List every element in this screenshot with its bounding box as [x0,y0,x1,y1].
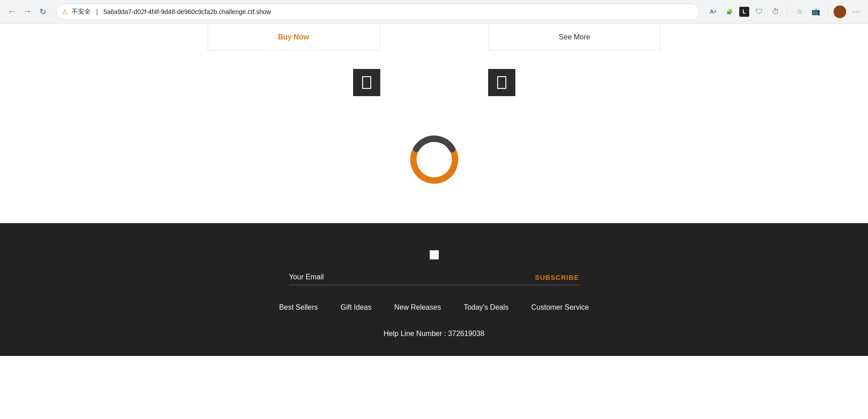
footer-nav-todays-deals[interactable]: Today's Deals [464,303,509,312]
footer-helpline: Help Line Number : 372619038 [383,330,484,338]
toolbar-divider [787,7,788,16]
extensions-button[interactable]: 🧩 [723,5,736,18]
url-text: 5a6a9da7-d02f-4f4f-9d48-de960c9cfa2b.cha… [103,8,271,15]
email-subscribe-row: SUBSCRIBE [289,273,579,285]
security-warning-text: 不安全 [72,8,91,16]
address-bar[interactable]: ⚠ 不安全 | 5a6a9da7-d02f-4f4f-9d48-de960c9c… [56,4,699,20]
image-icon-left [362,76,371,89]
more-button[interactable]: ⋯ [850,5,863,18]
buy-now-button[interactable]: Buy Now [278,33,309,41]
email-input[interactable] [289,273,535,281]
page-content: Buy Now See More [0,24,868,223]
profile-avatar[interactable] [834,5,846,18]
favorites-button[interactable]: ☆ [793,5,806,18]
footer: SUBSCRIBE Best Sellers Gift Ideas New Re… [0,223,868,356]
image-placeholder-right [488,69,515,96]
translate-button[interactable]: AA [707,5,719,18]
footer-logo [430,250,439,259]
image-placeholder-left [353,69,380,96]
footer-nav-new-releases[interactable]: New Releases [394,303,441,312]
cast-button[interactable]: 📺 [810,5,822,18]
image-placeholder-row [0,60,868,105]
see-more-button[interactable]: See More [559,33,590,41]
timer-button[interactable]: ⏱ [769,5,782,18]
footer-nav-best-sellers[interactable]: Best Sellers [279,303,318,312]
footer-nav: Best Sellers Gift Ideas New Releases Tod… [279,303,589,312]
shield-button[interactable]: 🛡 [753,5,766,18]
address-separator: | [96,8,98,16]
subscribe-button[interactable]: SUBSCRIBE [535,273,579,281]
browser-toolbar-icons: AA 🧩 L 🛡 ⏱ ☆ 📺 ⋯ [707,5,863,18]
toolbar-divider-2 [828,7,828,16]
loading-spinner [407,132,461,187]
browser-chrome: ← → ↻ ⚠ 不安全 | 5a6a9da7-d02f-4f4f-9d48-de… [0,0,868,24]
footer-nav-customer-service[interactable]: Customer Service [531,303,589,312]
image-icon-right [497,76,506,89]
forward-button[interactable]: → [21,5,34,18]
security-warning-icon: ⚠ [62,8,68,15]
card-buy-now: Buy Now [208,24,380,51]
reload-button[interactable]: ↻ [36,5,49,18]
spinner-section [0,105,868,223]
top-section: Buy Now See More [0,24,868,60]
card-see-more: See More [489,24,661,51]
footer-nav-gift-ideas[interactable]: Gift Ideas [340,303,371,312]
adblock-button[interactable]: L [739,7,749,17]
back-button[interactable]: ← [5,5,18,18]
